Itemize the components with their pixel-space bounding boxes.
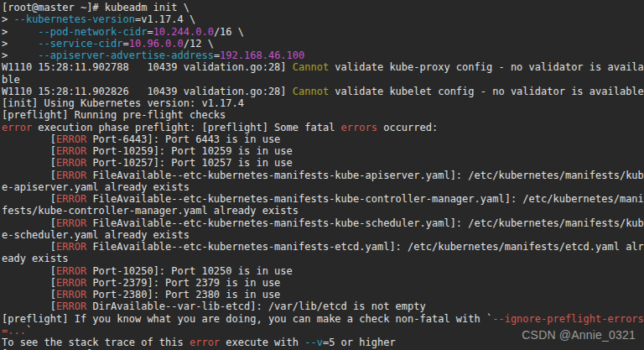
terminal-text-segment: 10.96.0.0 bbox=[129, 38, 184, 50]
terminal-text-segment: --service-cidr bbox=[38, 38, 122, 50]
terminal-line: > --service-cidr=10.96.0.0/12 \ bbox=[2, 38, 644, 50]
terminal-text-segment: [ bbox=[2, 241, 56, 253]
terminal-line: [ERROR Port-2379]: Port 2379 is in use bbox=[2, 277, 644, 289]
terminal-text-segment: FileAvailable--etc-kubernetes-manifests-… bbox=[86, 241, 644, 253]
terminal-text-segment: ERROR bbox=[56, 145, 86, 157]
terminal-text-segment: fests/kube-controller-manager.yaml alrea… bbox=[2, 205, 299, 217]
terminal-text-segment: =... bbox=[2, 325, 26, 337]
terminal-text-segment: error bbox=[2, 122, 32, 133]
terminal-text-segment: Cannot bbox=[293, 86, 329, 97]
terminal-text-segment: Port-10250]: Port 10250 is in use bbox=[86, 265, 293, 277]
terminal-text-segment: ` bbox=[26, 325, 32, 337]
terminal-text-segment: --pod-network-cidr bbox=[38, 26, 147, 38]
terminal-text-segment: [preflight] If you know what you are doi… bbox=[2, 313, 492, 325]
csdn-watermark: CSDN @Annie_0321 bbox=[522, 328, 636, 342]
terminal-line: [ERROR FileAvailable--etc-kubernetes-man… bbox=[2, 241, 644, 253]
terminal-line: [ERROR DirAvailable--var-lib-etcd]: /var… bbox=[2, 300, 644, 312]
terminal-line: > --pod-network-cidr=10.244.0.0/16 \ bbox=[2, 26, 644, 38]
terminal-line: > --kubernetes-version=v1.17.4 \ bbox=[2, 13, 644, 25]
terminal-text-segment: [ bbox=[2, 133, 56, 145]
terminal-text-segment: W1110 15:28:11.902826 10439 validation.g… bbox=[2, 86, 293, 97]
terminal-text-segment: execute with bbox=[220, 337, 304, 348]
terminal-text-segment: ERROR bbox=[56, 265, 86, 277]
terminal-text-segment: W1110 15:28:11.902788 10439 validation.g… bbox=[2, 61, 293, 73]
terminal-text-segment: [preflight] Running pre-flight checks bbox=[2, 109, 226, 121]
terminal-text-segment: =5 or higher bbox=[323, 337, 396, 348]
terminal-output: [root@master ~]# kubeadm init \> --kuber… bbox=[0, 0, 644, 350]
terminal-text-segment: = bbox=[147, 26, 153, 38]
terminal-text-segment: FileAvailable--etc-kubernetes-manifests-… bbox=[86, 170, 644, 181]
terminal-text-segment: 10.244.0.0 bbox=[153, 26, 214, 38]
terminal-text-segment: DirAvailable--var-lib-etcd]: /var/lib/et… bbox=[86, 300, 426, 312]
terminal-line: [preflight] Running pre-flight checks bbox=[2, 109, 644, 121]
terminal-text-segment: [init] Using Kubernetes version: v1.17.4 bbox=[2, 97, 244, 109]
terminal-text-segment: ERROR bbox=[56, 193, 86, 205]
terminal-text-segment: [ bbox=[2, 289, 56, 300]
terminal-text-segment: ble bbox=[2, 74, 20, 86]
terminal-text-segment: ERROR bbox=[56, 170, 86, 181]
terminal-line: [preflight] If you know what you are doi… bbox=[2, 313, 644, 325]
terminal-text-segment: --v bbox=[304, 337, 323, 348]
terminal-line: e-scheduler.yaml already exists bbox=[2, 229, 644, 241]
terminal-text-segment: [ bbox=[2, 193, 56, 205]
terminal-text-segment: ERROR bbox=[56, 133, 86, 145]
terminal-line: > --apiserver-advertise-address=192.168.… bbox=[2, 50, 644, 61]
terminal-text-segment: ERROR bbox=[56, 289, 86, 300]
terminal-line: fests/kube-controller-manager.yaml alrea… bbox=[2, 205, 644, 217]
terminal-window[interactable]: [root@master ~]# kubeadm init \> --kuber… bbox=[0, 0, 644, 350]
terminal-text-segment: Port-10259]: Port 10259 is in use bbox=[86, 145, 293, 157]
terminal-line: [init] Using Kubernetes version: v1.17.4 bbox=[2, 97, 644, 109]
terminal-text-segment: --ignore-preflight-errors bbox=[492, 313, 644, 325]
terminal-text-segment: /12 \ bbox=[184, 38, 214, 50]
terminal-text-segment: Cannot bbox=[293, 61, 329, 73]
terminal-line: [ERROR Port-10257]: Port 10257 is in use bbox=[2, 157, 644, 169]
terminal-text-segment: ERROR bbox=[56, 241, 86, 253]
terminal-text-segment: Port-2380]: Port 2380 is in use bbox=[86, 289, 280, 300]
terminal-text-segment: =v1.17.4 \ bbox=[135, 13, 195, 25]
terminal-text-segment: ERROR bbox=[56, 157, 86, 169]
terminal-text-segment: eady exists bbox=[2, 253, 68, 264]
terminal-text-segment: e-apiserver.yaml already exists bbox=[2, 181, 190, 193]
terminal-line: ble bbox=[2, 74, 644, 86]
terminal-line: [ERROR Port-2380]: Port 2380 is in use bbox=[2, 289, 644, 300]
terminal-text-segment: validate kube-proxy config - no validato… bbox=[329, 61, 644, 73]
terminal-text-segment: > bbox=[2, 38, 38, 50]
terminal-text-segment: > bbox=[2, 26, 38, 38]
terminal-line: [ERROR Port-10250]: Port 10250 is in use bbox=[2, 265, 644, 277]
terminal-text-segment: ERROR bbox=[56, 300, 86, 312]
terminal-line: e-apiserver.yaml already exists bbox=[2, 181, 644, 193]
terminal-line: [ERROR Port-10259]: Port 10259 is in use bbox=[2, 145, 644, 157]
terminal-text-segment: Port-2379]: Port 2379 is in use bbox=[86, 277, 280, 289]
terminal-line: [ERROR FileAvailable--etc-kubernetes-man… bbox=[2, 170, 644, 181]
terminal-text-segment: execution phase preflight: [preflight] S… bbox=[32, 122, 340, 133]
terminal-line: [root@master ~]# kubeadm init \ bbox=[2, 2, 644, 13]
terminal-text-segment: [ bbox=[2, 157, 56, 169]
terminal-text-segment: 192.168.46.100 bbox=[220, 50, 304, 61]
terminal-text-segment: e-scheduler.yaml already exists bbox=[2, 229, 190, 241]
terminal-text-segment: [ bbox=[2, 265, 56, 277]
terminal-text-segment: errors bbox=[341, 122, 377, 133]
terminal-text-segment: To see the stack trace of this bbox=[2, 337, 190, 348]
terminal-line: [ERROR FileAvailable--etc-kubernetes-man… bbox=[2, 193, 644, 205]
terminal-text-segment: Port-6443]: Port 6443 is in use bbox=[86, 133, 280, 145]
terminal-text-segment: > bbox=[2, 50, 38, 61]
terminal-text-segment: occurred: bbox=[377, 122, 438, 133]
terminal-text-segment: --kubernetes-version bbox=[13, 13, 135, 25]
terminal-text-segment: /16 \ bbox=[214, 26, 244, 38]
terminal-line: [ERROR Port-6443]: Port 6443 is in use bbox=[2, 133, 644, 145]
terminal-text-segment: ERROR bbox=[56, 217, 86, 229]
terminal-text-segment: Port-10257]: Port 10257 is in use bbox=[86, 157, 293, 169]
terminal-text-segment: validate kubelet config - no validator i… bbox=[329, 86, 644, 97]
terminal-text-segment: [ bbox=[2, 217, 56, 229]
terminal-text-segment: FileAvailable--etc-kubernetes-manifests-… bbox=[86, 217, 644, 229]
terminal-text-segment: [root@master ~]# kubeadm init \ bbox=[2, 2, 190, 13]
terminal-line: W1110 15:28:11.902788 10439 validation.g… bbox=[2, 61, 644, 73]
terminal-line: eady exists bbox=[2, 253, 644, 264]
terminal-line: W1110 15:28:11.902826 10439 validation.g… bbox=[2, 86, 644, 97]
terminal-text-segment: [ bbox=[2, 300, 56, 312]
terminal-line: error execution phase preflight: [prefli… bbox=[2, 122, 644, 133]
terminal-text-segment: [ bbox=[2, 170, 56, 181]
terminal-text-segment: error bbox=[190, 337, 220, 348]
terminal-text-segment: [ bbox=[2, 145, 56, 157]
terminal-text-segment: ERROR bbox=[56, 277, 86, 289]
